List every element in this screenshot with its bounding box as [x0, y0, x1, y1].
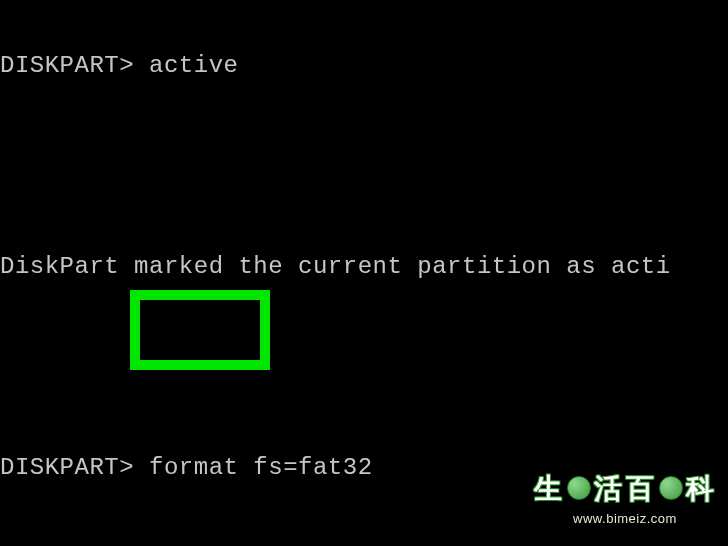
logo-char: 科 [686, 469, 716, 508]
logo-char: 百 [626, 469, 656, 508]
logo-circle-icon [567, 476, 591, 500]
logo-char: 活 [594, 469, 624, 508]
watermark: 生 活 百 科 www.bimeiz.com [534, 469, 716, 528]
watermark-url: www.bimeiz.com [534, 510, 716, 528]
terminal-line: DISKPART> active [0, 49, 728, 83]
watermark-logo: 生 活 百 科 [534, 469, 716, 508]
terminal-line: DiskPart marked the current partition as… [0, 250, 728, 284]
terminal-output[interactable]: DISKPART> active DiskPart marked the cur… [0, 0, 728, 546]
logo-circle-icon [659, 476, 683, 500]
logo-char: 生 [534, 469, 564, 508]
